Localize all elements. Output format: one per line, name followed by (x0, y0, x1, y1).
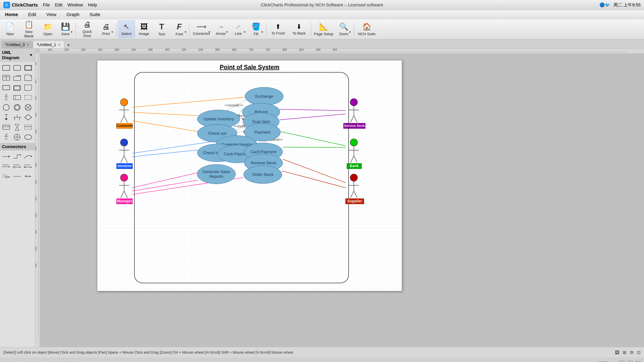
svg-text:400: 400 (148, 49, 153, 51)
separator-4 (266, 22, 266, 36)
tab-untitled-1[interactable]: *Untitled_1 ✕ (33, 41, 64, 48)
canvas-area[interactable]: 100 150 200 250 300 350 400 450 500 550 … (35, 49, 644, 347)
quick-print-button[interactable]: 🖨 Quick Print (78, 20, 97, 38)
shape-actor-2[interactable] (1, 132, 11, 142)
shape-circle-cross[interactable] (12, 132, 22, 142)
text-icon: T (159, 22, 164, 31)
menu-home[interactable]: Home (3, 11, 20, 18)
tab-add-button[interactable]: + (65, 42, 72, 48)
fill-button[interactable]: 🪣 Fill ▼ (248, 20, 264, 38)
use-case-exchange[interactable]: Exchange (245, 87, 284, 106)
shape-rect-dashed[interactable] (23, 93, 33, 102)
shape-circle-thick[interactable] (12, 103, 22, 112)
menu-edit[interactable]: Edit (55, 2, 62, 7)
zoom-button[interactable]: 🔍 Zoom ▼ (336, 20, 352, 38)
save-button[interactable]: 💾 Save ▼ (57, 20, 74, 38)
svg-marker-50 (8, 156, 10, 157)
svg-rect-35 (3, 125, 10, 129)
shape-hourglass[interactable] (12, 122, 22, 132)
page-setup-button[interactable]: 📐 Page Setup (313, 20, 334, 38)
to-front-label: To Front (271, 31, 285, 35)
page-setup-icon: 📐 (319, 22, 328, 31)
svg-point-48 (25, 135, 32, 139)
print-icon: 🖨 (102, 22, 110, 31)
diagram-canvas[interactable]: Point of Sale System Customer (40, 53, 644, 347)
svg-point-139 (120, 98, 128, 106)
print-button[interactable]: 🖨 Print ▼ (98, 20, 114, 38)
shape-note[interactable] (23, 73, 33, 82)
line-button[interactable]: ⟋ Line ▼ (230, 20, 247, 38)
shape-rect-rounded[interactable] (12, 63, 22, 72)
shape-rect-simple[interactable] (1, 83, 11, 92)
connector-button[interactable]: ⟿ Connector ▼ (191, 20, 212, 38)
expand-icon[interactable]: ⛶ (636, 361, 641, 362)
shape-arrows-split[interactable] (12, 113, 22, 122)
line-icon: ⟋ (235, 23, 242, 31)
select-button[interactable]: ↖ Select (118, 20, 135, 38)
shape-actor[interactable] (1, 93, 11, 102)
new-blank-button[interactable]: 📋 New Blank (19, 20, 38, 38)
svg-line-14 (5, 98, 6, 100)
nch-suite-button[interactable]: 🏠 NCH Suite (356, 20, 378, 38)
svg-line-142 (121, 116, 124, 122)
menu-file[interactable]: File (43, 2, 50, 7)
menu-suite[interactable]: Suite (88, 11, 102, 18)
shape-diamond[interactable] (23, 113, 33, 122)
menu-graph[interactable]: Graph (65, 11, 81, 18)
conn-diamond-arrow[interactable] (23, 172, 33, 181)
sidebar-header[interactable]: UML Diagram ▼ (0, 49, 35, 62)
tab-close-1[interactable]: ✕ (58, 43, 61, 47)
use-case-generate-sales[interactable]: Generate Sales Reports (197, 164, 236, 184)
shape-rect-tag[interactable] (12, 93, 22, 102)
conn-dispatch-2[interactable]: dispatch (12, 162, 22, 171)
shape-oval[interactable] (23, 132, 33, 142)
social-icons: 🔵🐦 (600, 2, 610, 7)
shape-rect[interactable] (1, 63, 11, 72)
text-button[interactable]: T Text (153, 20, 170, 38)
open-button[interactable]: 📁 Open (40, 20, 56, 38)
tab-untitled-0[interactable]: *Untitled_0 ✕ (2, 41, 33, 48)
shape-circle[interactable] (1, 103, 11, 112)
time-display: 周二 上午9:55 (614, 2, 641, 8)
svg-point-146 (120, 139, 128, 146)
zoom-in-button[interactable]: + (628, 360, 634, 362)
image-button[interactable]: 🖼 Image (136, 20, 152, 38)
conn-dashed-circle[interactable]: return (1, 172, 11, 181)
menu-edit-main[interactable]: Edit (26, 11, 38, 18)
conn-arrow-right[interactable] (1, 152, 11, 161)
conn-curved[interactable] (23, 152, 33, 161)
menu-help[interactable]: Help (88, 2, 97, 7)
shape-arrow-down[interactable] (1, 113, 11, 122)
to-back-button[interactable]: ⬇ To Back (289, 20, 309, 38)
footer-label: ClickCharts Professional v 6.34 © NCH So… (3, 361, 90, 362)
conn-right-angle[interactable] (12, 152, 22, 161)
conn-dispatch[interactable]: dispatch (1, 162, 11, 171)
shape-rect-cut[interactable] (23, 83, 33, 92)
statusbar: [Select] Left click on object [Move] Cli… (0, 347, 644, 358)
conn-line-simple[interactable] (12, 172, 22, 181)
shape-rect-double[interactable] (23, 63, 33, 72)
diagram-title: Point of Sale System (220, 64, 280, 71)
zoom-out-button[interactable]: − (619, 360, 625, 362)
shape-rect-shadow[interactable] (12, 83, 22, 92)
shape-folder[interactable] (12, 73, 22, 82)
uc-order-stock-label: Order Stock (252, 172, 274, 177)
tab-close-0[interactable]: ✕ (26, 43, 29, 47)
arrow-label: Arrow (216, 31, 226, 36)
menu-view[interactable]: View (44, 11, 58, 18)
svg-line-156 (121, 191, 124, 198)
use-case-order-stock[interactable]: Order Stock (244, 166, 282, 184)
new-blank-icon: 📋 (24, 20, 34, 29)
shape-circle-x[interactable] (23, 103, 33, 112)
shape-dashed-rect[interactable] (23, 122, 33, 132)
to-front-button[interactable]: ⬆ To Front (268, 20, 288, 38)
zoom-dropdown[interactable]: ▼ (613, 361, 616, 362)
shape-table[interactable] (1, 73, 11, 82)
font-button[interactable]: F Font ▼ (171, 20, 188, 38)
shape-rect-line[interactable] (1, 122, 11, 132)
menu-window[interactable]: Window (68, 2, 83, 7)
arrow-button[interactable]: → Arrow ▼ (212, 20, 229, 38)
svg-line-15 (6, 98, 8, 100)
new-button[interactable]: 📄 New (2, 20, 18, 38)
conn-dispatch-3[interactable]: dispatch (23, 162, 33, 171)
